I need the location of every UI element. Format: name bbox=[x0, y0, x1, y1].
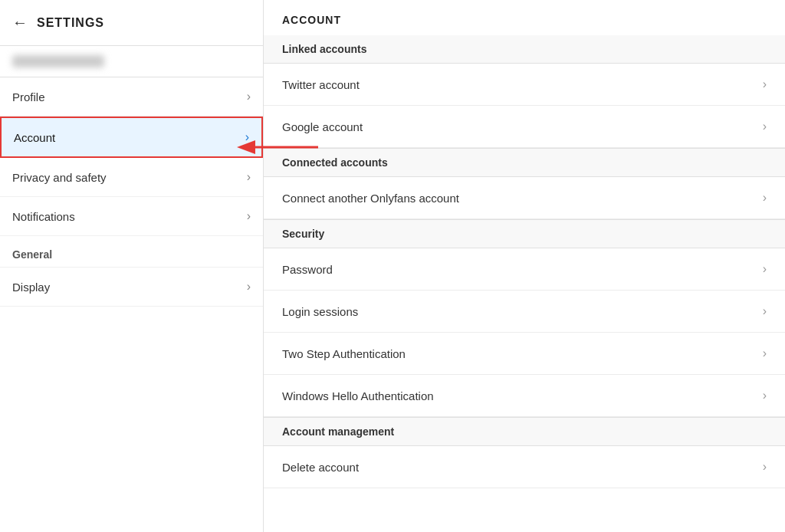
user-name-blurred bbox=[12, 55, 104, 67]
menu-item-password[interactable]: Password › bbox=[264, 248, 785, 291]
menu-item-windows-hello-auth-label: Windows Hello Authentication bbox=[282, 389, 434, 402]
menu-item-delete-account-label: Delete account bbox=[282, 461, 359, 474]
chevron-right-icon: › bbox=[763, 389, 767, 402]
chevron-right-icon: › bbox=[763, 191, 767, 205]
back-button[interactable]: ← bbox=[12, 14, 28, 31]
chevron-right-icon: › bbox=[763, 262, 767, 276]
section-header-account-management: Account management bbox=[264, 417, 785, 446]
general-section-label: General bbox=[0, 236, 263, 268]
sidebar-item-notifications[interactable]: Notifications › bbox=[0, 197, 263, 236]
menu-item-twitter-account-label: Twitter account bbox=[282, 78, 360, 91]
sidebar: ← SETTINGS Profile › Account › Privacy a… bbox=[0, 0, 264, 532]
section-header-connected-accounts: Connected accounts bbox=[264, 148, 785, 177]
chevron-right-icon: › bbox=[763, 304, 767, 318]
menu-item-twitter-account[interactable]: Twitter account › bbox=[264, 64, 785, 106]
menu-item-connect-onlyfans[interactable]: Connect another Onlyfans account › bbox=[264, 177, 785, 219]
menu-item-password-label: Password bbox=[282, 263, 333, 276]
sidebar-item-display-label: Display bbox=[12, 281, 50, 294]
menu-item-google-account-label: Google account bbox=[282, 120, 363, 133]
menu-item-delete-account[interactable]: Delete account › bbox=[264, 446, 785, 488]
sidebar-item-notifications-label: Notifications bbox=[12, 210, 75, 223]
main-title: ACCOUNT bbox=[264, 0, 785, 35]
main-content: ACCOUNT Linked accounts Twitter account … bbox=[264, 0, 785, 532]
chevron-right-icon: › bbox=[763, 346, 767, 360]
sidebar-item-profile-label: Profile bbox=[12, 90, 45, 103]
sidebar-item-account[interactable]: Account › bbox=[0, 117, 263, 158]
sidebar-item-privacy-safety-label: Privacy and safety bbox=[12, 171, 107, 184]
chevron-right-icon: › bbox=[247, 90, 251, 103]
chevron-right-icon: › bbox=[247, 209, 251, 223]
menu-item-google-account[interactable]: Google account › bbox=[264, 106, 785, 148]
sidebar-item-privacy-safety[interactable]: Privacy and safety › bbox=[0, 158, 263, 197]
menu-item-connect-onlyfans-label: Connect another Onlyfans account bbox=[282, 192, 459, 205]
section-header-security: Security bbox=[264, 219, 785, 248]
chevron-right-icon: › bbox=[763, 77, 767, 91]
menu-item-login-sessions-label: Login sessions bbox=[282, 305, 358, 318]
menu-item-two-step-auth[interactable]: Two Step Authentication › bbox=[264, 333, 785, 375]
sidebar-item-account-label: Account bbox=[14, 131, 55, 144]
menu-item-login-sessions[interactable]: Login sessions › bbox=[264, 291, 785, 333]
sidebar-nav: Profile › Account › Privacy and safety ›… bbox=[0, 77, 263, 307]
section-header-linked-accounts: Linked accounts bbox=[264, 35, 785, 64]
settings-title: SETTINGS bbox=[37, 16, 104, 30]
chevron-right-icon: › bbox=[247, 170, 251, 184]
sidebar-header: ← SETTINGS bbox=[0, 0, 263, 46]
chevron-right-icon: › bbox=[245, 130, 249, 144]
chevron-right-icon: › bbox=[763, 460, 767, 474]
chevron-right-icon: › bbox=[763, 120, 767, 133]
chevron-right-icon: › bbox=[247, 280, 251, 294]
sidebar-item-display[interactable]: Display › bbox=[0, 268, 263, 307]
sidebar-item-profile[interactable]: Profile › bbox=[0, 77, 263, 117]
menu-item-windows-hello-auth[interactable]: Windows Hello Authentication › bbox=[264, 375, 785, 417]
user-section bbox=[0, 46, 263, 77]
menu-item-two-step-auth-label: Two Step Authentication bbox=[282, 347, 406, 360]
